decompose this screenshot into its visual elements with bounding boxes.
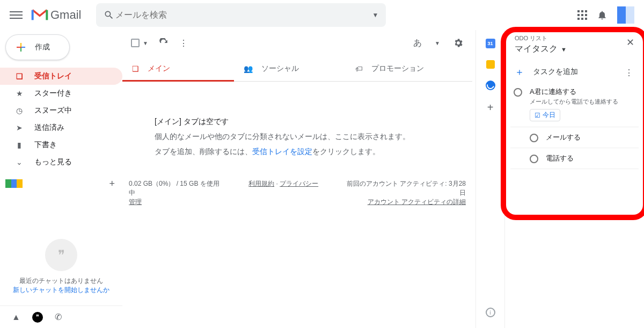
contacts-icon[interactable]: ▲ — [12, 312, 20, 322]
task-complete-circle[interactable] — [530, 134, 538, 142]
refresh-icon[interactable] — [159, 38, 169, 48]
send-icon: ➤ — [14, 123, 25, 132]
tab-primary[interactable]: ❑メイン — [122, 56, 234, 81]
search-icon — [104, 10, 114, 20]
compose-button[interactable]: 作成 — [5, 34, 70, 60]
chat-start-link[interactable]: 新しいチャットを開始しませんか — [5, 286, 117, 295]
keep-icon[interactable] — [486, 60, 495, 69]
inbox-settings-link[interactable]: 受信トレイを設定 — [252, 147, 312, 156]
label-color-swatch — [5, 179, 23, 188]
sidebar-item-drafts[interactable]: ▮下書き — [0, 136, 122, 154]
tab-social[interactable]: 👥ソーシャル — [234, 56, 346, 81]
apps-grid-icon[interactable] — [577, 10, 587, 20]
plus-icon: ＋ — [515, 65, 524, 78]
sidebar-item-more[interactable]: ⌄もっと見る — [0, 154, 122, 171]
search-input[interactable] — [114, 10, 372, 20]
search-bar[interactable]: ▼ — [96, 3, 386, 27]
notifications-icon[interactable] — [597, 10, 608, 20]
task-title: A君に連絡する — [530, 87, 639, 97]
task-item[interactable]: 電話する — [510, 148, 639, 169]
tasks-icon[interactable] — [486, 81, 495, 90]
plus-icon — [14, 41, 27, 54]
last-activity-text: 前回のアカウント アクティビティ: 3月28日 — [346, 179, 466, 198]
storage-info: 0.02 GB（0%） / 15 GB を使用中 管理 — [129, 179, 221, 207]
task-complete-circle[interactable] — [514, 88, 522, 97]
task-title: 電話する — [546, 154, 639, 163]
terms-link[interactable]: 利用規約 — [248, 180, 274, 187]
tasks-more-icon[interactable]: ⋮ — [625, 68, 633, 78]
hangouts-tab-icon[interactable]: ❞ — [32, 312, 43, 323]
people-icon: 👥 — [244, 64, 253, 73]
tab-promotions[interactable]: 🏷プロモーション — [346, 56, 457, 81]
ime-caret-icon[interactable]: ▼ — [435, 40, 440, 46]
search-options-caret-icon[interactable]: ▼ — [372, 11, 379, 19]
sidebar-item-sent[interactable]: ➤送信済み — [0, 119, 122, 136]
phone-icon[interactable]: ✆ — [55, 312, 62, 322]
empty-line2: タブを追加、削除するには、受信トレイを設定をクリックします。 — [155, 144, 440, 159]
caret-down-icon: ▼ — [561, 46, 567, 53]
task-date-chip[interactable]: ☑今日 — [530, 109, 560, 121]
gmail-logo[interactable]: Gmail — [31, 8, 81, 22]
close-icon[interactable]: ✕ — [626, 37, 634, 48]
tasks-list-selector[interactable]: マイタスク▼ — [515, 43, 639, 55]
task-item[interactable]: A君に連絡する メールしてから電話でも連絡する ☑今日 — [510, 82, 639, 127]
privacy-link[interactable]: プライバシー — [280, 180, 318, 187]
sidebar-item-starred[interactable]: ★スター付き — [0, 85, 122, 102]
ime-indicator[interactable]: あ — [413, 38, 422, 49]
menu-icon[interactable] — [10, 9, 23, 21]
inbox-icon: ❑ — [14, 72, 25, 81]
add-task-button[interactable]: ＋タスクを追加 — [510, 62, 639, 82]
app-name: Gmail — [50, 8, 81, 22]
hangouts-icon: ❞ — [45, 239, 77, 271]
addons-plus-icon[interactable]: + — [485, 102, 496, 113]
calendar-icon[interactable]: 31 — [486, 39, 495, 48]
activity-details-link[interactable]: アカウント アクティビティの詳細 — [368, 198, 466, 206]
tag-icon: 🏷 — [355, 64, 363, 73]
storage-manage-link[interactable]: 管理 — [129, 198, 142, 206]
empty-line1: 個人的なメールや他のタブに分類されないメールは、ここに表示されます。 — [155, 129, 440, 144]
task-complete-circle[interactable] — [530, 155, 538, 163]
sidebar-item-inbox[interactable]: ❑受信トレイ — [0, 68, 122, 85]
settings-gear-icon[interactable] — [453, 38, 464, 48]
chat-empty-text: 最近のチャットはありません — [5, 276, 117, 286]
chevron-down-icon: ⌄ — [14, 158, 25, 166]
task-subtitle: メールしてから電話でも連絡する — [530, 98, 639, 106]
sidebar-item-snoozed[interactable]: ◷スヌーズ中 — [0, 102, 122, 119]
compose-label: 作成 — [35, 42, 50, 52]
event-icon: ☑ — [535, 112, 540, 119]
more-icon[interactable]: ⋮ — [179, 38, 188, 48]
empty-title: [メイン] タブは空です — [155, 114, 440, 129]
select-all-checkbox[interactable] — [131, 39, 140, 47]
info-icon[interactable]: i — [486, 308, 495, 317]
inbox-tab-icon: ❑ — [132, 64, 139, 73]
clock-icon: ◷ — [14, 106, 25, 115]
account-avatar[interactable] — [617, 6, 634, 24]
star-icon: ★ — [14, 89, 25, 98]
tasks-kicker: ODO リスト — [515, 34, 639, 42]
label-row[interactable]: + — [0, 174, 122, 193]
file-icon: ▮ — [14, 141, 25, 149]
task-item[interactable]: メールする — [510, 127, 639, 148]
select-caret-icon[interactable]: ▼ — [143, 40, 148, 46]
task-title: メールする — [546, 133, 639, 142]
add-label-icon[interactable]: + — [109, 178, 115, 189]
